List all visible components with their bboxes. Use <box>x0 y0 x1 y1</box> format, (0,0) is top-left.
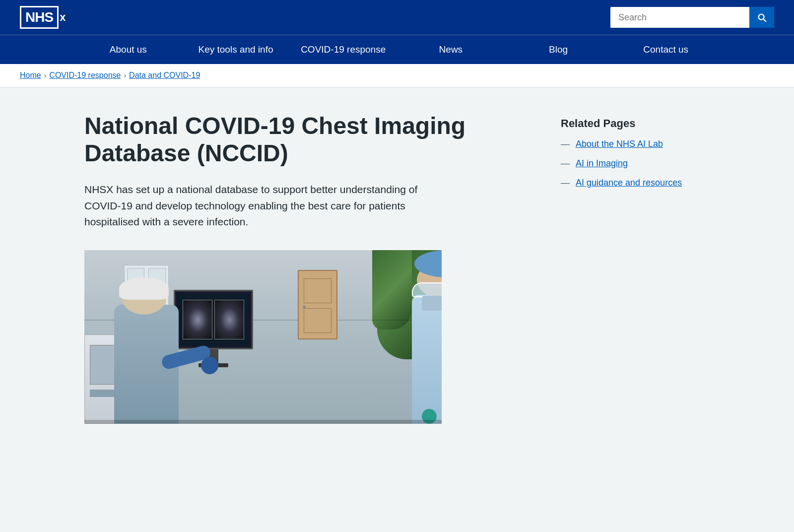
floor-line <box>84 420 442 424</box>
person-right-body <box>412 295 442 424</box>
search-icon <box>756 12 767 23</box>
door <box>298 270 337 339</box>
related-pages-item-2: — AI in Imaging <box>561 157 710 170</box>
related-link-ai-imaging[interactable]: AI in Imaging <box>576 157 628 170</box>
person-right-mask <box>422 296 442 311</box>
breadcrumb-home[interactable]: Home <box>20 71 41 80</box>
nhs-logo-text: NHS <box>25 9 53 25</box>
related-pages-sidebar: Related Pages — About the NHS AI Lab — A… <box>561 112 710 230</box>
nav-item-news: News <box>397 35 505 64</box>
content-row: National COVID-19 Chest Imaging Database… <box>84 112 710 230</box>
nav-link-blog[interactable]: Blog <box>505 35 612 64</box>
xray-monitor <box>174 290 253 349</box>
related-link-ai-guidance[interactable]: AI guidance and resources <box>576 177 682 189</box>
breadcrumb-data-covid[interactable]: Data and COVID-19 <box>129 71 200 80</box>
person-left-hair <box>119 277 169 300</box>
related-dash-2: — <box>561 158 570 169</box>
person-right-visor <box>412 282 442 297</box>
breadcrumb-bar: Home › COVID-19 response › Data and COVI… <box>0 64 794 87</box>
page-intro: NHSX has set up a national database to s… <box>84 182 432 230</box>
door-panel-top <box>304 278 331 303</box>
search-input[interactable] <box>610 7 749 28</box>
nav-item-covid: COVID-19 response <box>289 35 397 64</box>
xray-image-right <box>214 300 244 339</box>
main-nav: About us Key tools and info COVID-19 res… <box>0 35 794 64</box>
nav-item-key-tools: Key tools and info <box>182 35 290 64</box>
breadcrumb-covid-response[interactable]: COVID-19 response <box>49 71 121 80</box>
trees-bg-2 <box>372 250 412 330</box>
content-left: National COVID-19 Chest Imaging Database… <box>84 112 531 230</box>
related-link-ai-lab[interactable]: About the NHS AI Lab <box>576 138 663 150</box>
monitor-screen <box>177 293 250 346</box>
related-dash-1: — <box>561 139 570 149</box>
nav-link-key-tools[interactable]: Key tools and info <box>182 35 290 64</box>
related-pages-title: Related Pages <box>561 117 710 130</box>
xray-image-left <box>183 300 212 339</box>
door-handle <box>303 306 306 309</box>
hero-image <box>84 250 442 424</box>
site-header: NHS x <box>0 0 794 35</box>
person-left-hand <box>201 357 218 374</box>
nav-item-blog: Blog <box>505 35 612 64</box>
nhs-logo-x: x <box>60 11 66 24</box>
related-dash-3: — <box>561 178 570 188</box>
nav-link-covid[interactable]: COVID-19 response <box>289 35 397 64</box>
nav-item-about: About us <box>74 35 182 64</box>
breadcrumb-sep-1: › <box>44 71 47 79</box>
main-content: National COVID-19 Chest Imaging Database… <box>65 87 729 444</box>
page-title: National COVID-19 Chest Imaging Database… <box>84 112 531 167</box>
search-container <box>610 7 774 28</box>
related-pages-list: — About the NHS AI Lab — AI in Imaging —… <box>561 138 710 190</box>
nhs-logo-box: NHS <box>20 6 59 29</box>
nav-item-contact: Contact us <box>612 35 720 64</box>
search-button[interactable] <box>749 7 774 28</box>
breadcrumb-sep-2: › <box>124 71 126 79</box>
nav-link-news[interactable]: News <box>397 35 505 64</box>
related-pages-item-1: — About the NHS AI Lab <box>561 138 710 150</box>
door-panel-bottom <box>304 308 331 333</box>
breadcrumb: Home › COVID-19 response › Data and COVI… <box>20 71 774 80</box>
image-scene <box>84 250 442 424</box>
nhs-logo[interactable]: NHS x <box>20 6 66 29</box>
nav-link-about[interactable]: About us <box>74 35 182 64</box>
nav-list: About us Key tools and info COVID-19 res… <box>65 35 729 64</box>
related-pages-item-3: — AI guidance and resources <box>561 177 710 189</box>
nav-link-contact[interactable]: Contact us <box>612 35 720 64</box>
